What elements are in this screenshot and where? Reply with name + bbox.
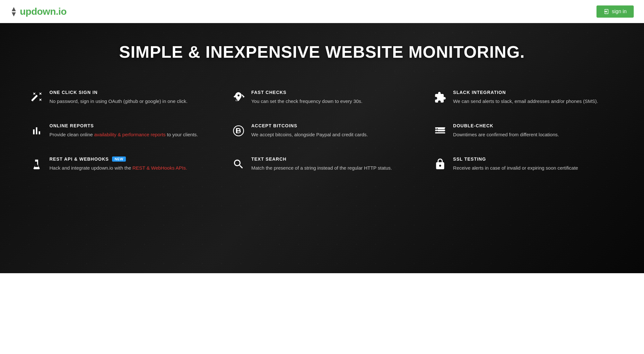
feature-rest-api-webhooks-title: REST API & WEBHOOKS NEW: [49, 156, 187, 162]
feature-double-check-desc: Downtimes are confirmed from different l…: [453, 131, 559, 139]
feature-text-search-text: TEXT SEARCH Match the presence of a stri…: [251, 156, 392, 172]
feature-rest-api-webhooks-desc: Hack and integrate updown.io with the RE…: [49, 164, 187, 172]
feature-fast-checks: FAST CHECKS You can set the check freque…: [221, 81, 423, 114]
feature-accept-bitcoins-text: ACCEPT BITCOINS We accept bitcoins, alon…: [251, 123, 368, 139]
sign-in-icon: [604, 9, 609, 14]
feature-one-click-sign-in-desc: No password, sign in using OAuth (github…: [49, 97, 187, 105]
logo: ▲ ▼ updown.io: [10, 6, 66, 17]
sign-in-label: sign in: [612, 9, 627, 14]
feature-accept-bitcoins-desc: We accept bitcoins, alongside Paypal and…: [251, 131, 368, 139]
logo-arrow-icon: ▲ ▼: [10, 6, 17, 16]
wand-icon: [30, 90, 44, 105]
site-header: ▲ ▼ updown.io sign in: [0, 0, 644, 23]
sign-in-button[interactable]: sign in: [596, 5, 634, 18]
feature-accept-bitcoins: ACCEPT BITCOINS We accept bitcoins, alon…: [221, 114, 423, 148]
feature-ssl-testing-text: SSL TESTING Receive alerts in case of in…: [453, 156, 578, 172]
logo-green-part: io: [58, 6, 67, 17]
feature-double-check-title: DOUBLE-CHECK: [453, 123, 559, 128]
feature-fast-checks-text: FAST CHECKS You can set the check freque…: [251, 90, 362, 105]
feature-double-check: DOUBLE-CHECK Downtimes are confirmed fro…: [423, 114, 625, 148]
feature-online-reports-text: ONLINE REPORTS Provide clean online avai…: [49, 123, 198, 139]
flask-icon: [30, 157, 44, 171]
feature-fast-checks-title: FAST CHECKS: [251, 90, 362, 95]
feature-double-check-text: DOUBLE-CHECK Downtimes are confirmed fro…: [453, 123, 559, 139]
feature-one-click-sign-in-text: ONE CLICK SIGN IN No password, sign in u…: [49, 90, 187, 105]
puzzle-icon: [433, 90, 447, 105]
feature-ssl-testing-desc: Receive alerts in case of invalid or exp…: [453, 164, 578, 172]
svg-rect-3: [435, 132, 445, 133]
feature-text-search-desc: Match the presence of a string instead o…: [251, 164, 392, 172]
rest-api-link[interactable]: REST & WebHooks APIs.: [133, 165, 187, 171]
search-icon: [231, 157, 246, 171]
feature-rest-api-webhooks-text: REST API & WEBHOOKS NEW Hack and integra…: [49, 156, 187, 172]
svg-rect-2: [435, 130, 445, 131]
rocket-icon: [231, 90, 246, 105]
feature-slack-integration: SLACK INTEGRATION We can send alerts to …: [423, 81, 625, 114]
feature-online-reports: ONLINE REPORTS Provide clean online avai…: [19, 114, 221, 148]
feature-fast-checks-desc: You can set the check frequency down to …: [251, 97, 362, 105]
feature-slack-integration-title: SLACK INTEGRATION: [453, 90, 598, 95]
hero-title: SIMPLE & INEXPENSIVE WEBSITE MONITORING.: [19, 42, 625, 62]
feature-one-click-sign-in: ONE CLICK SIGN IN No password, sign in u…: [19, 81, 221, 114]
chart-icon: [30, 124, 44, 138]
features-grid: ONE CLICK SIGN IN No password, sign in u…: [19, 81, 625, 181]
feature-online-reports-title: ONLINE REPORTS: [49, 123, 198, 128]
online-reports-link[interactable]: availability & performance reports: [94, 132, 166, 137]
feature-online-reports-desc: Provide clean online availability & perf…: [49, 131, 198, 139]
logo-dark-part: updown.: [20, 6, 58, 17]
feature-slack-integration-desc: We can send alerts to slack, email addre…: [453, 97, 598, 105]
feature-text-search-title: TEXT SEARCH: [251, 156, 392, 162]
bitcoin-icon: [231, 124, 246, 138]
feature-one-click-sign-in-title: ONE CLICK SIGN IN: [49, 90, 187, 95]
lock-icon: [433, 157, 447, 171]
new-badge: NEW: [112, 156, 126, 162]
feature-slack-integration-text: SLACK INTEGRATION We can send alerts to …: [453, 90, 598, 105]
logo-wordmark: updown.io: [20, 6, 66, 17]
svg-rect-1: [435, 127, 445, 128]
feature-ssl-testing-title: SSL TESTING: [453, 156, 578, 162]
lines-icon: [433, 124, 447, 138]
feature-rest-api-webhooks: REST API & WEBHOOKS NEW Hack and integra…: [19, 148, 221, 181]
hero-content: SIMPLE & INEXPENSIVE WEBSITE MONITORING.…: [0, 23, 644, 200]
feature-accept-bitcoins-title: ACCEPT BITCOINS: [251, 123, 368, 128]
hero-section: SIMPLE & INEXPENSIVE WEBSITE MONITORING.…: [0, 23, 644, 273]
feature-text-search: TEXT SEARCH Match the presence of a stri…: [221, 148, 423, 181]
feature-ssl-testing: SSL TESTING Receive alerts in case of in…: [423, 148, 625, 181]
